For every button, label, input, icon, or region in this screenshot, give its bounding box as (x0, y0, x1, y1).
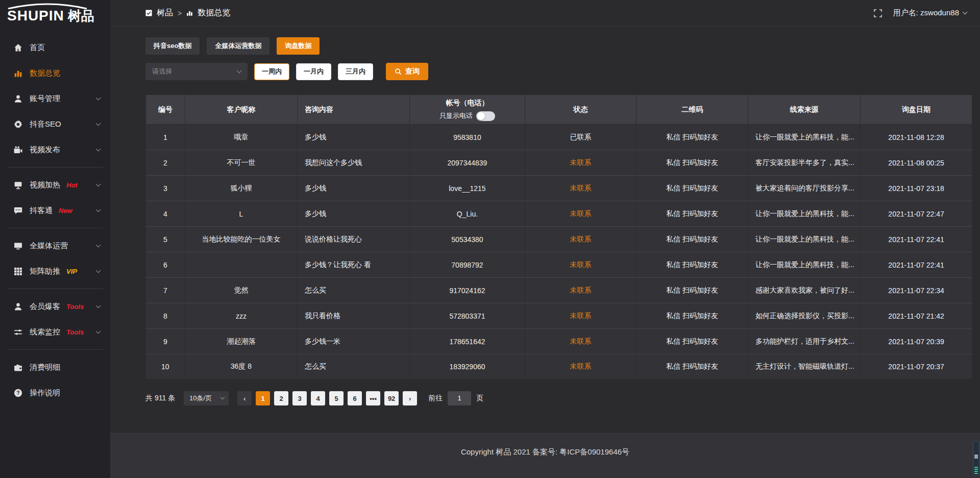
sidebar-item-video-heat[interactable]: 视频加热 Hot (0, 172, 110, 198)
col-account: 帐号（电话） 只显示电话 (410, 95, 525, 124)
user-icon (13, 94, 22, 103)
sidebar-menu: 首页 数据总览 账号管理 抖音SEO 视频发布 视频加热 Hot (0, 32, 110, 405)
breadcrumb-current: 数据总览 (198, 8, 230, 18)
phone-only-toggle[interactable] (476, 111, 495, 121)
table-header-row: 编号 客户昵称 咨询内容 帐号（电话） 只显示电话 状态 二维码 线索来源 询盘… (145, 95, 972, 124)
cell-source-link[interactable]: 感谢大家喜欢我家，被问了好... (748, 277, 861, 303)
page-button-5[interactable]: 5 (329, 391, 344, 405)
sidebar-item-label: 账号管理 (30, 94, 60, 104)
sidebar-item-home[interactable]: 首页 (0, 35, 110, 60)
cell-qrcode-link[interactable]: 私信 扫码加好友 (636, 226, 748, 252)
account-select[interactable]: 请选择 (145, 63, 248, 80)
cell-source-link[interactable]: 让你一眼就爱上的黑科技，能... (748, 124, 861, 150)
cell-source-link[interactable]: 多功能护栏灯，适用于乡村文... (748, 328, 861, 354)
cell-source-link[interactable]: 让你一眼就爱上的黑科技，能... (748, 226, 861, 252)
page-size-select[interactable]: 10条/页 (184, 391, 229, 405)
cell-qrcode-link[interactable]: 私信 扫码加好友 (636, 328, 748, 354)
tools-badge: Tools (66, 303, 84, 310)
col-date: 询盘日期 (861, 95, 972, 124)
cell-id: 10 (145, 354, 185, 379)
page-button-2[interactable]: 2 (274, 391, 288, 405)
sidebar-item-douyin-seo[interactable]: 抖音SEO (0, 111, 110, 137)
main-area: 树品 > 数据总览 用户名: zswodun88 抖音seo数据 全媒体运营数据… (110, 0, 980, 478)
range-week-button[interactable]: 一周内 (254, 63, 289, 80)
chevron-down-icon (963, 10, 968, 15)
search-button[interactable]: 查询 (386, 63, 428, 80)
goto-page-input[interactable]: 1 (448, 391, 471, 405)
range-month-button[interactable]: 一月内 (296, 63, 331, 80)
cell-account: 178651642 (410, 328, 525, 354)
chevron-down-icon (237, 68, 242, 73)
cell-id: 4 (145, 201, 185, 226)
cell-source-link[interactable]: 无主灯设计，智能磁吸轨道灯... (748, 354, 861, 379)
cell-date: 2021-11-07 20:37 (861, 354, 972, 379)
cell-date: 2021-11-07 22:41 (861, 252, 972, 277)
cell-qrcode-link[interactable]: 私信 扫码加好友 (636, 201, 748, 226)
bar-chart-icon (13, 68, 22, 78)
cell-status: 未联系 (525, 277, 637, 303)
cell-qrcode-link[interactable]: 私信 扫码加好友 (636, 150, 748, 175)
tab-douyin-seo-data[interactable]: 抖音seo数据 (145, 37, 200, 55)
cell-qrcode-link[interactable]: 私信 扫码加好友 (636, 354, 748, 379)
sidebar-item-spending-detail[interactable]: 消费明细 (0, 354, 110, 380)
sidebar-item-help[interactable]: ? 操作说明 (0, 380, 110, 405)
sidebar-item-video-publish[interactable]: 视频发布 (0, 137, 110, 162)
page-button-1[interactable]: 1 (256, 391, 270, 405)
prev-page-button[interactable]: ‹ (237, 391, 252, 405)
cell-source-link[interactable]: 客厅安装投影半年多了，真实... (748, 150, 861, 175)
cell-qrcode-link[interactable]: 私信 扫码加好友 (636, 277, 748, 303)
cell-qrcode-link[interactable]: 私信 扫码加好友 (636, 175, 748, 201)
tab-inquiry-data[interactable]: 询盘数据 (277, 37, 320, 55)
cell-nickname: 哦章 (185, 124, 298, 150)
fullscreen-icon[interactable] (874, 9, 882, 17)
cell-status: 未联系 (525, 354, 637, 379)
sidebar-item-label: 视频加热 (30, 180, 60, 190)
tools-badge: Tools (66, 328, 84, 336)
range-quarter-button[interactable]: 三月内 (338, 63, 373, 80)
cell-source-link[interactable]: 让你一眼就爱上的黑科技，能... (748, 201, 861, 226)
sidebar-item-omnimedia[interactable]: 全媒体运营 (0, 233, 110, 258)
cell-id: 9 (145, 328, 185, 354)
cell-qrcode-link[interactable]: 私信 扫码加好友 (636, 124, 748, 150)
goto-suffix: 页 (476, 394, 483, 403)
user-menu[interactable]: 用户名: zswodun88 (893, 8, 967, 18)
next-page-button[interactable]: › (403, 391, 417, 405)
table-row: 9 潮起潮落 多少钱一米 178651642 未联系 私信 扫码加好友 多功能护… (145, 328, 972, 354)
phone-toggle-label: 只显示电话 (439, 111, 473, 121)
cell-content: 多少钱 (298, 124, 410, 150)
breadcrumb-root[interactable]: 树品 (157, 8, 173, 18)
more-pages-button[interactable]: ••• (366, 391, 380, 405)
footer: Copyright 树品 2021 备案号: 粤ICP备09019646号 (110, 433, 980, 478)
cell-id: 3 (145, 175, 185, 201)
sidebar-item-doukettong[interactable]: 抖客通 New (0, 198, 110, 223)
page-button-6[interactable]: 6 (348, 391, 362, 405)
tab-omnimedia-data[interactable]: 全媒体运营数据 (207, 37, 270, 55)
sidebar-item-account-mgmt[interactable]: 账号管理 (0, 86, 110, 111)
cell-id: 8 (145, 303, 185, 328)
page-button-92[interactable]: 92 (384, 391, 399, 405)
sidebar-item-lead-monitor[interactable]: 线索监控 Tools (0, 319, 110, 345)
cell-nickname: 当地比较能吃的一位美女 (185, 226, 298, 252)
page-button-4[interactable]: 4 (311, 391, 325, 405)
cell-nickname: zzz (185, 303, 298, 328)
page-button-3[interactable]: 3 (292, 391, 307, 405)
cell-content: 多少钱？让我死心 看 (298, 252, 410, 277)
video-publish-icon (13, 145, 22, 154)
sidebar-item-data-overview[interactable]: 数据总览 (0, 60, 110, 86)
cell-content: 怎么买 (298, 354, 410, 379)
col-content: 咨询内容 (298, 95, 410, 124)
page-content: 抖音seo数据 全媒体运营数据 询盘数据 请选择 一周内 一月内 三月内 查询 (110, 27, 980, 405)
cell-source-link[interactable]: 如何正确选择投影仪，买投影... (748, 303, 861, 328)
cell-source-link[interactable]: 让你一眼就爱上的黑科技，能... (748, 252, 861, 277)
goto-label: 前往 (428, 394, 443, 403)
cell-status: 未联系 (525, 252, 637, 277)
cell-content: 多少钱 (298, 201, 410, 226)
cell-qrcode-link[interactable]: 私信 扫码加好友 (636, 252, 748, 277)
sidebar-item-label: 消费明细 (30, 363, 60, 372)
floating-widget[interactable] (973, 441, 979, 476)
sidebar-item-label: 数据总览 (30, 68, 60, 78)
cell-qrcode-link[interactable]: 私信 扫码加好友 (636, 303, 748, 328)
cell-source-link[interactable]: 被大家追着问的客厅投影分享... (748, 175, 861, 201)
sidebar-item-member-leads[interactable]: 会员爆客 Tools (0, 294, 110, 319)
sidebar-item-matrix-boost[interactable]: 矩阵助推 VIP (0, 258, 110, 284)
